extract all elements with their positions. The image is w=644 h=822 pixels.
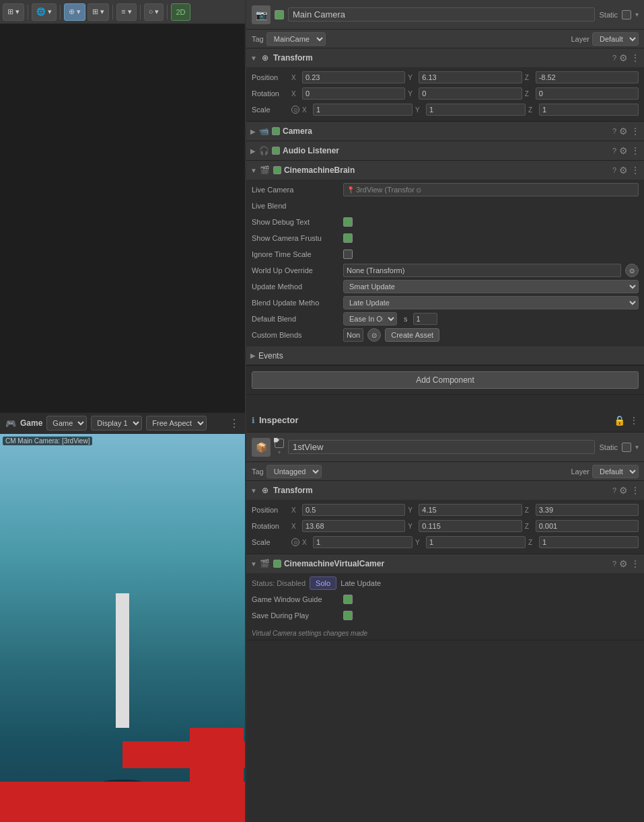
- pos-z-input[interactable]: [536, 71, 639, 83]
- scale-y-input[interactable]: [426, 104, 526, 116]
- audio-active-checkbox[interactable]: [272, 147, 280, 155]
- firstview-active-checkbox[interactable]: [275, 439, 284, 448]
- toolbar-btn-light[interactable]: ○ ▾: [144, 3, 164, 21]
- world-up-target-btn[interactable]: ⊙: [625, 264, 639, 277]
- game-window-checkbox[interactable]: [343, 595, 353, 604]
- camera-settings-icon[interactable]: ⚙: [619, 126, 628, 137]
- toolbar-btn-scene[interactable]: ⊞ ▾: [3, 3, 24, 21]
- cm-solo-btn[interactable]: Solo: [310, 576, 336, 590]
- toolbar-btn-2d[interactable]: 2D: [171, 3, 190, 21]
- rot-y-input[interactable]: [419, 87, 522, 100]
- right-panel: 📷 Static ▾ Tag MainCame Layer Default ▼ …: [246, 0, 644, 822]
- game-select[interactable]: Game: [46, 416, 87, 431]
- firstview-layer-select[interactable]: Default: [592, 465, 639, 478]
- firstview-scale-z-input[interactable]: [539, 536, 639, 548]
- add-component-btn[interactable]: Add Component: [252, 371, 639, 389]
- show-frustum-checkbox[interactable]: [343, 233, 353, 243]
- firstview-pos-z-input[interactable]: [536, 504, 639, 516]
- firstview-transform-more[interactable]: ⋮: [631, 485, 640, 496]
- aspect-select[interactable]: Free Aspect: [146, 416, 207, 431]
- toolbar-btn-globe[interactable]: 🌐 ▾: [32, 3, 57, 21]
- live-camera-value[interactable]: 📍 3rdView (Transfor ⊙: [343, 183, 639, 196]
- transform-header[interactable]: ▼ ⊕ Transform ? ⚙ ⋮: [246, 48, 644, 67]
- events-row[interactable]: ▶ Events: [246, 346, 644, 365]
- audio-help-icon[interactable]: ?: [612, 147, 616, 155]
- main-camera-name-input[interactable]: [288, 7, 595, 22]
- firstview-rot-x-input[interactable]: [302, 520, 405, 532]
- firstview-dropdown-arrow[interactable]: ▾: [635, 443, 639, 451]
- audio-settings-icon[interactable]: ⚙: [619, 145, 628, 156]
- firstview-transform-settings[interactable]: ⚙: [619, 485, 628, 496]
- firstview-rotation-row: Rotation X Y Z: [252, 519, 639, 533]
- cm-virtual-help-icon[interactable]: ?: [612, 560, 616, 568]
- firstview-scale-y-input[interactable]: [426, 536, 526, 548]
- game-header-more[interactable]: ⋮: [229, 417, 240, 430]
- audio-listener-header[interactable]: ▶ 🎧 Audio Listener ? ⚙ ⋮: [246, 141, 644, 160]
- default-blend-num-input[interactable]: [413, 313, 437, 325]
- custom-blends-target-btn[interactable]: ⊙: [367, 328, 381, 342]
- pos-y-input[interactable]: [419, 71, 522, 83]
- cm-virtual-header[interactable]: ▼ 🎬 CinemachineVirtualCamer ? ⚙ ⋮: [246, 554, 644, 573]
- cm-brain-active-checkbox[interactable]: [273, 166, 281, 174]
- cm-virtual-active-checkbox[interactable]: [273, 560, 281, 568]
- main-camera-active-checkbox[interactable]: [275, 10, 284, 20]
- camera-more-icon[interactable]: ⋮: [631, 126, 640, 137]
- game-window-row: Game Window Guide: [252, 592, 639, 607]
- firstview-static-checkbox[interactable]: [622, 443, 631, 452]
- blend-update-select[interactable]: Late Update: [343, 296, 639, 309]
- inspector-lock-icon[interactable]: 🔒: [614, 415, 625, 426]
- firstview-name-input[interactable]: [288, 440, 595, 454]
- world-up-value[interactable]: None (Transform): [343, 264, 621, 277]
- camera-icon: 📹: [258, 126, 269, 137]
- toolbar-btn-pivot[interactable]: ⊞ ▾: [87, 3, 109, 21]
- firstview-tag-select[interactable]: Untagged: [266, 465, 322, 478]
- firstview-scale-link-icon[interactable]: ⊙: [291, 538, 299, 546]
- transform-more-icon[interactable]: ⋮: [631, 52, 640, 63]
- ignore-time-checkbox[interactable]: [343, 250, 353, 259]
- firstview-rot-y-input[interactable]: [419, 520, 522, 532]
- update-method-select[interactable]: Smart Update: [343, 280, 639, 293]
- firstview-scale-x-input[interactable]: [313, 536, 413, 548]
- toolbar-separator-4: [140, 5, 141, 20]
- cm-brain-settings-icon[interactable]: ⚙: [619, 165, 628, 176]
- main-camera-dropdown-arrow[interactable]: ▾: [635, 11, 639, 18]
- cm-virtual-settings-icon[interactable]: ⚙: [619, 558, 628, 569]
- cm-virtual-more-icon[interactable]: ⋮: [631, 558, 640, 569]
- scale-x-input[interactable]: [313, 104, 413, 116]
- firstview-pos-y-input[interactable]: [419, 504, 522, 516]
- audio-more-icon[interactable]: ⋮: [631, 145, 640, 156]
- inspector-more-icon[interactable]: ⋮: [629, 415, 639, 426]
- cm-brain-help-icon[interactable]: ?: [612, 166, 616, 174]
- toolbar-btn-grid[interactable]: ≡ ▾: [116, 3, 136, 21]
- firstview-transform-header[interactable]: ▼ ⊕ Transform ? ⚙ ⋮: [246, 481, 644, 500]
- toolbar-btn-move[interactable]: ⊕ ▾: [64, 3, 85, 21]
- display-select[interactable]: Display 1: [91, 416, 142, 431]
- cm-brain-more-icon[interactable]: ⋮: [631, 165, 640, 176]
- rot-x-input[interactable]: [302, 87, 405, 100]
- right-panel-scroll[interactable]: 📷 Static ▾ Tag MainCame Layer Default ▼ …: [246, 0, 644, 822]
- cm-brain-header[interactable]: ▼ 🎬 CinemachineBrain ? ⚙ ⋮: [246, 161, 644, 180]
- main-camera-static-checkbox[interactable]: [622, 10, 631, 20]
- create-asset-btn[interactable]: Create Asset: [385, 328, 439, 342]
- firstview-transform-help[interactable]: ?: [612, 486, 616, 494]
- firstview-pos-x-input[interactable]: [302, 504, 405, 516]
- camera-header[interactable]: ▶ 📹 Camera ? ⚙ ⋮: [246, 122, 644, 141]
- rot-z-input[interactable]: [536, 87, 639, 100]
- camera-help-icon[interactable]: ?: [612, 127, 616, 135]
- firstview-transform-icon: ⊕: [260, 485, 271, 496]
- scale-link-icon[interactable]: ⊙: [291, 106, 299, 114]
- firstview-expand-arrow[interactable]: ▾: [278, 449, 281, 455]
- firstview-rot-z-input[interactable]: [536, 520, 639, 532]
- transform-settings-icon[interactable]: ⚙: [619, 52, 628, 63]
- firstview-scale-z-axis: Z: [528, 539, 536, 546]
- save-during-checkbox[interactable]: [343, 611, 353, 620]
- scale-z-input[interactable]: [539, 104, 639, 116]
- pos-x-input[interactable]: [302, 71, 405, 83]
- main-camera-layer-select[interactable]: Default: [592, 32, 639, 46]
- firstview-tag-label: Tag: [252, 468, 264, 476]
- main-camera-tag-select[interactable]: MainCame: [266, 32, 326, 46]
- default-blend-select[interactable]: Ease In Ou: [343, 312, 397, 326]
- camera-active-checkbox[interactable]: [272, 127, 280, 135]
- show-debug-checkbox[interactable]: [343, 217, 353, 227]
- transform-help-icon[interactable]: ?: [612, 54, 616, 62]
